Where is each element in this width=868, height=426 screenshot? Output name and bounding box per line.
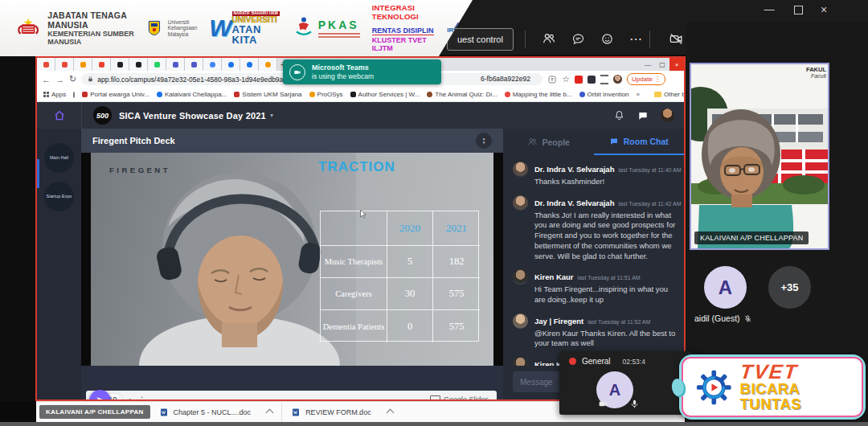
browser-tab[interactable]	[129, 58, 148, 71]
message-text: @Kiren Kaur Thanks Kiren. All the best t…	[534, 329, 678, 349]
bookmark-item[interactable]: ProOSys	[309, 91, 343, 98]
pdf-extension-icon[interactable]	[575, 76, 583, 84]
slide-letterbox-left	[81, 153, 91, 366]
globe-icon[interactable]	[73, 92, 75, 98]
next-slide-button[interactable]: ›	[129, 395, 131, 402]
chat-message: Kiren Kaurlast Tuesday at 11:51 AM Hi Te…	[513, 268, 674, 305]
browser-tab[interactable]	[222, 58, 240, 71]
window-maximize-button[interactable]	[791, 3, 805, 17]
browser-tab[interactable]	[74, 58, 92, 71]
home-button[interactable]	[37, 102, 82, 129]
forward-icon[interactable]: →	[55, 75, 64, 84]
extension-lines-icon[interactable]	[600, 75, 608, 84]
participant-name: aidil (Guest)	[694, 313, 740, 323]
table-cell	[321, 211, 387, 246]
chrome-minimize-button[interactable]: —	[641, 61, 655, 68]
chat-avatar	[513, 195, 528, 211]
event-dropdown-caret[interactable]: ▾	[270, 112, 273, 119]
pkas-figure-icon	[292, 15, 316, 41]
share-page-icon[interactable]	[547, 75, 557, 84]
reactions-icon[interactable]	[598, 30, 616, 47]
chrome-maximize-button[interactable]: ▢	[655, 61, 669, 68]
message-text: Hi Team Firegent...inspiring in what you…	[534, 285, 678, 305]
webcam-tile[interactable]: FAKUL Facult KALAIVANI A/P CHELLAPPAN	[690, 63, 829, 250]
webcam-notification[interactable]: Microsoft Teams is using the webcam	[283, 59, 441, 84]
chrome-close-button[interactable]: ×	[669, 58, 684, 71]
sidebar-item-startup-expo[interactable]: Startup Expo	[44, 182, 74, 211]
browser-profile-avatar[interactable]	[613, 75, 622, 84]
chat-message-list[interactable]: Dr. Indra V. Selvarajahlast Tuesday at 1…	[503, 158, 682, 366]
browser-tab[interactable]	[148, 58, 166, 71]
apps-grid-icon	[43, 92, 49, 97]
download-item[interactable]: Chapter 5 - NUCL....doc	[159, 408, 273, 417]
other-bookmarks[interactable]: Other bookmarks	[654, 91, 686, 98]
bookmarks-overflow-chevron[interactable]: »	[637, 91, 640, 98]
watan-kita-logo: W NARATIF BAHARU UKM UNIVERSITI ATAN KIT…	[209, 11, 279, 46]
bottom-edge-strip	[0, 422, 868, 426]
slide-viewer[interactable]: FIREGENT TRACTION 2020 2021 Music Therap…	[81, 153, 503, 366]
browser-tab[interactable]	[166, 58, 185, 71]
bookmark-item[interactable]: Sistem UKM Sarjana	[234, 91, 301, 98]
dm-chat-icon[interactable]	[637, 110, 649, 121]
browser-tab[interactable]	[203, 58, 222, 71]
notifications-bell-icon[interactable]	[613, 109, 625, 121]
message-time: last Tuesday at 11:52 AM	[588, 319, 650, 325]
camera-icon[interactable]	[598, 399, 608, 409]
bookmark-item[interactable]: Orbit Invention	[579, 91, 629, 98]
apps-shortcut[interactable]: Apps	[43, 91, 66, 98]
bookmark-item[interactable]: Mapping the little b...	[505, 91, 572, 98]
participants-icon[interactable]	[540, 30, 558, 47]
tvet-line2: BICARA TUNTAS	[740, 382, 862, 412]
bookmark-item[interactable]: The Animal Quiz: Di...	[427, 91, 497, 98]
browser-tab[interactable]	[55, 58, 74, 71]
browser-tab[interactable]	[37, 58, 55, 71]
participant-overflow-badge[interactable]: +35	[768, 266, 811, 309]
chat-avatar	[513, 269, 528, 285]
browser-tab[interactable]	[185, 58, 203, 71]
url-tail-text: 6-fb6a8a922e92	[481, 75, 530, 83]
slide-heading: TRACTION	[318, 159, 395, 175]
slides-menu-icon[interactable]: ⋮	[138, 395, 146, 402]
table-header-2020: 2020	[387, 211, 433, 246]
tab-people[interactable]: People	[503, 129, 594, 155]
video-name-badge: KALAIVANI A/P CHELLAPPAN	[694, 231, 809, 244]
table-cell: 575	[433, 310, 480, 342]
mic-icon[interactable]	[629, 399, 640, 409]
download-item[interactable]: REVIEW FORM.doc	[291, 408, 393, 417]
bookmark-item[interactable]: Kalaivani Chellappa...	[157, 91, 227, 98]
bookmark-star-icon[interactable]: ☆	[562, 74, 570, 84]
back-icon[interactable]: ←	[42, 75, 51, 84]
more-options-icon[interactable]: ⋯	[627, 30, 645, 47]
participant-avatar[interactable]: A	[704, 266, 747, 309]
bookmark-item[interactable]: Portal ewarga Univ...	[82, 91, 149, 98]
browser-tab[interactable]	[259, 58, 277, 71]
slide-letterbox-right	[493, 153, 503, 366]
chat-avatar	[513, 313, 528, 329]
collapse-button[interactable]: ▴▾	[476, 133, 492, 149]
deck-header: Firegent Pitch Deck ▴▾	[81, 129, 503, 153]
chat-icon[interactable]	[569, 30, 587, 47]
browser-tab[interactable]	[111, 58, 129, 71]
tab-room-chat[interactable]: Room Chat	[594, 129, 685, 155]
window-close-button[interactable]: ×	[817, 3, 831, 16]
camera-off-icon[interactable]	[667, 30, 685, 47]
browser-tab[interactable]	[240, 58, 259, 71]
presenter-badge: KALAIVANI A/P CHELLAPPAN	[39, 405, 150, 419]
window-minimize-button[interactable]: —	[762, 3, 776, 15]
browser-tab[interactable]	[92, 58, 111, 71]
reload-icon[interactable]: ↻	[69, 74, 76, 84]
user-avatar[interactable]	[661, 109, 674, 122]
download-chevron-icon[interactable]	[266, 409, 274, 417]
ukm-crest	[148, 17, 161, 39]
request-control-button[interactable]: uest control	[447, 28, 514, 51]
ukm-name: UniversitiKebangsaanMalaysia	[168, 19, 198, 37]
extension-icon[interactable]	[588, 76, 596, 84]
webcam-video	[691, 64, 828, 248]
sidebar-item-main-hall[interactable]: Main Hall	[44, 143, 74, 173]
event-logo[interactable]: 500	[93, 106, 112, 125]
download-chevron-icon[interactable]	[386, 409, 394, 417]
participant-mic-off-icon	[743, 314, 752, 323]
bookmark-item[interactable]: Author Services | W...	[350, 91, 420, 98]
slides-icon	[430, 395, 440, 401]
chrome-update-button[interactable]: Update⋮	[627, 73, 665, 85]
